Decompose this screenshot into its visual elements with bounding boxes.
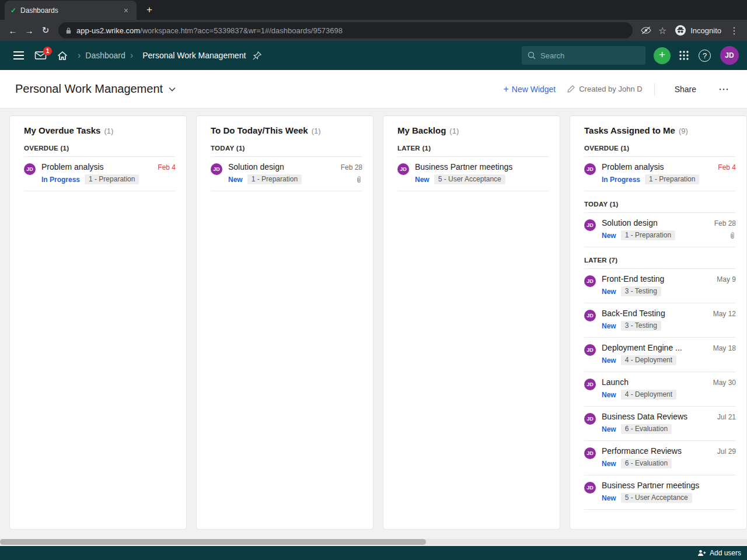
apps-grid-icon[interactable] (679, 50, 689, 61)
task-stage-chip: 4 - Deployment (621, 390, 676, 400)
assignee-avatar: JD (584, 163, 596, 175)
hamburger-menu-icon[interactable] (13, 51, 24, 60)
share-button[interactable]: Share (666, 85, 704, 94)
assignee-avatar: JD (211, 163, 222, 175)
task-due-date: Jul 29 (717, 447, 736, 456)
task-title[interactable]: Front-End testing (602, 274, 664, 284)
breadcrumb-current-page[interactable]: Personal Work Management (142, 51, 246, 60)
more-options-icon[interactable]: ⋯ (716, 83, 732, 96)
help-icon[interactable]: ? (699, 50, 711, 62)
task-title[interactable]: Solution design (228, 162, 284, 172)
address-bar[interactable]: app-us2.wrike.com/workspace.htm?acc=5339… (58, 22, 633, 38)
task-stage-chip: 3 - Testing (621, 321, 661, 331)
inbox-icon[interactable]: 1 (34, 51, 47, 60)
task-stage-chip: 4 - Deployment (621, 355, 676, 365)
incognito-icon (675, 24, 686, 36)
task-row[interactable]: JDBack-End TestingMay 12New3 - Testing (584, 303, 736, 338)
widget-card: To Do Today/This Week(1)TODAY (1)JDSolut… (196, 116, 374, 530)
task-status: New (602, 232, 616, 240)
url-text[interactable]: app-us2.wrike.com/workspace.htm?acc=5339… (76, 26, 343, 35)
widget-title[interactable]: Tasks Assigned to Me (584, 125, 675, 135)
task-row[interactable]: JDDeployment Engine ...May 18New4 - Depl… (584, 338, 736, 372)
forward-button[interactable]: → (21, 22, 37, 38)
task-row[interactable]: JDSolution designFeb 28New1 - Preparatio… (584, 213, 736, 247)
task-status: New (602, 322, 616, 330)
horizontal-scrollbar-thumb[interactable] (0, 539, 426, 545)
bookmark-star-icon[interactable]: ☆ (658, 25, 666, 36)
task-title[interactable]: Performance Reviews (602, 446, 682, 456)
add-users-label[interactable]: Add users (710, 549, 741, 557)
assignee-avatar: JD (584, 275, 596, 287)
task-status: New (228, 176, 243, 184)
task-title[interactable]: Launch (602, 377, 629, 387)
task-row[interactable]: JDProblem analysisFeb 4In Progress1 - Pr… (584, 157, 736, 191)
task-title[interactable]: Business Partner meetings (602, 481, 699, 490)
widget-count: (9) (679, 127, 688, 135)
task-stage-chip: 1 - Preparation (645, 174, 699, 184)
browser-tab-strip: ✓ Dashboards × + (0, 0, 747, 20)
new-widget-button[interactable]: + New Widget (503, 84, 556, 94)
task-row[interactable]: JDLaunchMay 30New4 - Deployment (584, 372, 736, 407)
browser-toolbar: ← → ↻ app-us2.wrike.com/workspace.htm?ac… (0, 20, 747, 41)
widgets-row: My Overdue Tasks(1)OVERDUE (1)JDProblem … (9, 116, 747, 546)
assignee-avatar: JD (584, 310, 596, 321)
task-row[interactable]: JDBusiness Partner meetingsNew5 - User A… (397, 157, 549, 191)
search-box[interactable] (522, 46, 645, 65)
task-status: In Progress (41, 176, 80, 184)
task-title[interactable]: Deployment Engine ... (602, 343, 682, 352)
breadcrumb-dashboard[interactable]: Dashboard (85, 51, 125, 60)
task-due-date: May 30 (713, 379, 736, 387)
attachment-icon (729, 232, 736, 239)
task-due-date: Feb 4 (718, 163, 736, 172)
section-label: OVERDUE (1) (24, 145, 176, 157)
task-row[interactable]: JDProblem analysisFeb 4In Progress1 - Pr… (24, 157, 176, 191)
section-label: LATER (1) (397, 145, 549, 157)
task-status: New (602, 288, 616, 296)
add-users-icon (697, 550, 706, 556)
task-row[interactable]: JDBusiness Partner meetingsNew5 - User A… (584, 475, 736, 510)
user-avatar[interactable]: JD (720, 46, 739, 65)
reload-button[interactable]: ↻ (37, 22, 54, 38)
assignee-avatar: JD (584, 379, 596, 390)
widget-title[interactable]: My Overdue Tasks (24, 125, 100, 135)
assignee-avatar: JD (584, 344, 596, 356)
task-row[interactable]: JDSolution designFeb 28New1 - Preparatio… (211, 157, 362, 191)
task-row[interactable]: JDBusiness Data ReviewsJul 21New6 - Eval… (584, 407, 736, 441)
title-dropdown-icon[interactable] (169, 87, 176, 92)
task-title[interactable]: Solution design (602, 218, 658, 228)
task-due-date: Jul 21 (717, 413, 736, 421)
task-row[interactable]: JDPerformance ReviewsJul 29New6 - Evalua… (584, 441, 736, 475)
assignee-avatar: JD (24, 163, 36, 175)
widget-title[interactable]: My Backlog (397, 125, 446, 135)
horizontal-scrollbar-track[interactable] (0, 539, 747, 545)
task-status: New (415, 176, 430, 184)
assignee-avatar: JD (584, 482, 596, 494)
browser-tab[interactable]: ✓ Dashboards × (5, 1, 137, 20)
incognito-indicator: Incognito (675, 24, 721, 36)
pin-icon[interactable] (253, 51, 261, 60)
task-due-date: Feb 28 (714, 219, 736, 228)
app-header: 1 › Dashboard › Personal Work Management… (0, 41, 747, 70)
tab-close-icon[interactable]: × (121, 5, 131, 16)
bottom-bar: Add users (0, 546, 747, 560)
eye-off-icon[interactable] (641, 26, 651, 34)
wrike-favicon-icon: ✓ (11, 6, 16, 15)
task-title[interactable]: Back-End Testing (602, 309, 665, 318)
browser-menu-icon[interactable]: ⋮ (729, 25, 739, 36)
task-title[interactable]: Problem analysis (41, 162, 104, 172)
create-new-button[interactable]: + (654, 47, 671, 64)
back-button[interactable]: ← (5, 22, 21, 38)
task-stage-chip: 1 - Preparation (621, 230, 675, 240)
search-input[interactable] (540, 51, 640, 60)
page-title: Personal Work Management (15, 82, 163, 96)
new-tab-button[interactable]: + (142, 4, 156, 16)
widget-count: (1) (312, 127, 321, 135)
widget-title[interactable]: To Do Today/This Week (211, 125, 308, 135)
task-title[interactable]: Business Partner meetings (415, 162, 512, 172)
task-row[interactable]: JDFront-End testingMay 9New3 - Testing (584, 269, 736, 303)
task-title[interactable]: Business Data Reviews (602, 412, 687, 421)
assignee-avatar: JD (584, 413, 596, 425)
home-icon[interactable] (57, 51, 68, 61)
task-title[interactable]: Problem analysis (602, 162, 664, 172)
assignee-avatar: JD (584, 447, 596, 459)
